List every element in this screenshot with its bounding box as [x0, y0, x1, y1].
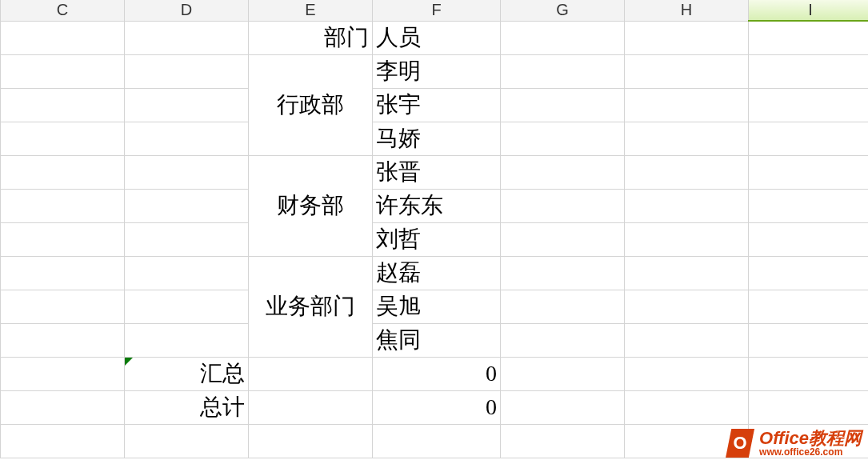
cell[interactable]: [625, 256, 749, 290]
cell[interactable]: [1, 424, 125, 458]
cell[interactable]: [625, 155, 749, 189]
cell[interactable]: [501, 390, 625, 424]
cell[interactable]: [125, 424, 249, 458]
cell[interactable]: [625, 54, 749, 88]
cell[interactable]: [501, 256, 625, 290]
cell[interactable]: [625, 222, 749, 256]
cell[interactable]: 李明: [373, 54, 501, 88]
cell[interactable]: [749, 88, 869, 122]
cell[interactable]: [125, 21, 249, 54]
cell[interactable]: [501, 54, 625, 88]
cell[interactable]: 焦同: [373, 323, 501, 357]
cell[interactable]: 刘哲: [373, 222, 501, 256]
watermark-url: www.office26.com: [759, 447, 862, 457]
cell[interactable]: [249, 390, 373, 424]
cell[interactable]: [501, 21, 625, 54]
cell[interactable]: [1, 21, 125, 54]
col-header-h[interactable]: H: [625, 0, 749, 21]
col-header-c[interactable]: C: [1, 0, 125, 21]
cell[interactable]: [1, 54, 125, 88]
cell[interactable]: [501, 424, 625, 458]
cell[interactable]: [501, 222, 625, 256]
grid-body: 部门 人员 行政部 李明 张宇 马娇: [1, 21, 869, 458]
cell[interactable]: [1, 357, 125, 390]
cell[interactable]: 部门: [249, 21, 373, 54]
cell[interactable]: [125, 88, 249, 122]
cell[interactable]: [501, 155, 625, 189]
column-header-row: C D E F G H I: [1, 0, 869, 21]
cell-dept[interactable]: 财务部: [249, 155, 373, 256]
cell[interactable]: [749, 189, 869, 222]
cell[interactable]: [749, 122, 869, 155]
cell[interactable]: 赵磊: [373, 256, 501, 290]
cell[interactable]: [1, 189, 125, 222]
cell[interactable]: [625, 390, 749, 424]
cell[interactable]: [749, 155, 869, 189]
cell[interactable]: [125, 222, 249, 256]
cell[interactable]: [1, 323, 125, 357]
cell[interactable]: [625, 21, 749, 54]
cell[interactable]: [749, 222, 869, 256]
cell[interactable]: 张晋: [373, 155, 501, 189]
cell[interactable]: [1, 155, 125, 189]
watermark: O Office教程网 www.office26.com: [726, 429, 862, 458]
col-header-g[interactable]: G: [501, 0, 625, 21]
watermark-title: Office教程网: [759, 430, 862, 447]
cell[interactable]: [749, 21, 869, 54]
col-header-e[interactable]: E: [249, 0, 373, 21]
cell[interactable]: [373, 424, 501, 458]
cell[interactable]: [501, 122, 625, 155]
cell[interactable]: [625, 88, 749, 122]
cell[interactable]: [501, 357, 625, 390]
cell[interactable]: [625, 323, 749, 357]
cell-subtotal-label[interactable]: 汇总: [125, 357, 249, 390]
col-header-d[interactable]: D: [125, 0, 249, 21]
spreadsheet-grid[interactable]: C D E F G H I 部门 人员 行政部 李明: [0, 0, 868, 458]
cell[interactable]: [125, 155, 249, 189]
cell[interactable]: [125, 323, 249, 357]
cell[interactable]: [749, 357, 869, 390]
cell-total-value[interactable]: 0: [373, 390, 501, 424]
cell[interactable]: [501, 88, 625, 122]
cell[interactable]: [1, 88, 125, 122]
cell-dept[interactable]: 业务部门: [249, 256, 373, 357]
cell[interactable]: [1, 256, 125, 290]
cell[interactable]: [125, 122, 249, 155]
col-header-i[interactable]: I: [749, 0, 869, 21]
cell[interactable]: 马娇: [373, 122, 501, 155]
cell[interactable]: [1, 222, 125, 256]
cell[interactable]: [501, 323, 625, 357]
cell[interactable]: [625, 290, 749, 323]
cell[interactable]: [125, 256, 249, 290]
cell[interactable]: [749, 54, 869, 88]
cell[interactable]: [749, 323, 869, 357]
cell-dept[interactable]: 行政部: [249, 54, 373, 155]
cell[interactable]: [749, 256, 869, 290]
cell[interactable]: 人员: [373, 21, 501, 54]
cell[interactable]: [249, 357, 373, 390]
cell[interactable]: [749, 290, 869, 323]
cell[interactable]: [249, 424, 373, 458]
col-header-f[interactable]: F: [373, 0, 501, 21]
cell[interactable]: [501, 290, 625, 323]
cell-total-label[interactable]: 总计: [125, 390, 249, 424]
cell[interactable]: 张宇: [373, 88, 501, 122]
cell[interactable]: [1, 122, 125, 155]
cell-subtotal-value[interactable]: 0: [373, 357, 501, 390]
office-logo-icon: O: [726, 429, 754, 458]
cell[interactable]: 许东东: [373, 189, 501, 222]
cell[interactable]: [125, 290, 249, 323]
cell[interactable]: [501, 189, 625, 222]
cell[interactable]: [625, 122, 749, 155]
cell[interactable]: [125, 189, 249, 222]
cell[interactable]: [1, 390, 125, 424]
cell[interactable]: [125, 54, 249, 88]
cell[interactable]: [1, 290, 125, 323]
cell[interactable]: [625, 357, 749, 390]
cell[interactable]: 吴旭: [373, 290, 501, 323]
cell[interactable]: [625, 189, 749, 222]
cell[interactable]: [749, 390, 869, 424]
